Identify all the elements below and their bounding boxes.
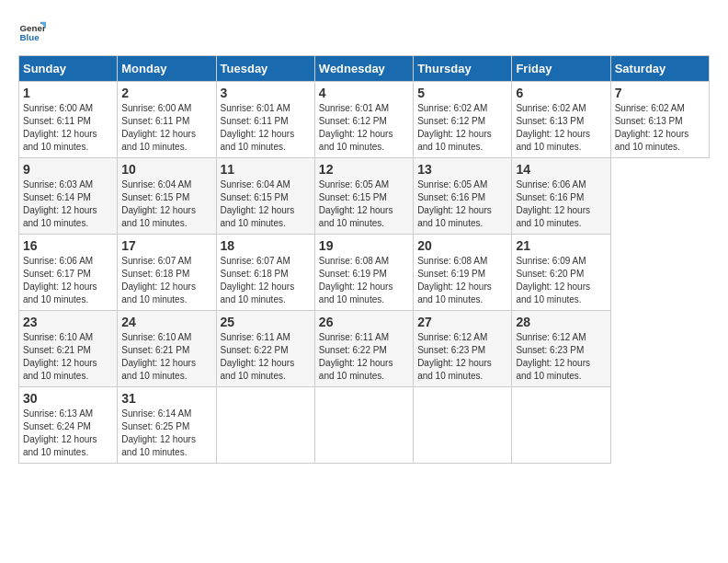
weekday-header-wednesday: Wednesday bbox=[314, 56, 413, 82]
weekday-header-friday: Friday bbox=[512, 56, 610, 82]
day-number: 6 bbox=[516, 86, 606, 100]
calendar-day-23: 23Sunrise: 6:10 AMSunset: 6:21 PMDayligh… bbox=[19, 311, 118, 387]
calendar-day-5: 5Sunrise: 6:02 AMSunset: 6:12 PMDaylight… bbox=[414, 82, 512, 158]
calendar-day-24: 24Sunrise: 6:10 AMSunset: 6:21 PMDayligh… bbox=[118, 311, 216, 387]
day-info: Sunrise: 6:04 AMSunset: 6:15 PMDaylight:… bbox=[121, 178, 211, 230]
day-info: Sunrise: 6:02 AMSunset: 6:13 PMDaylight:… bbox=[516, 102, 606, 154]
day-info: Sunrise: 6:01 AMSunset: 6:12 PMDaylight:… bbox=[319, 102, 409, 154]
calendar-week-1: 1Sunrise: 6:00 AMSunset: 6:11 PMDaylight… bbox=[19, 82, 710, 158]
day-number: 10 bbox=[121, 162, 211, 177]
header: General Blue bbox=[18, 18, 710, 46]
calendar-day-10: 10Sunrise: 6:04 AMSunset: 6:15 PMDayligh… bbox=[118, 158, 216, 235]
weekday-header-sunday: Sunday bbox=[19, 56, 118, 82]
day-info: Sunrise: 6:06 AMSunset: 6:17 PMDaylight:… bbox=[23, 255, 113, 306]
day-number: 25 bbox=[221, 315, 311, 329]
day-number: 21 bbox=[516, 238, 606, 253]
calendar-week-3: 16Sunrise: 6:06 AMSunset: 6:17 PMDayligh… bbox=[19, 235, 710, 311]
day-info: Sunrise: 6:02 AMSunset: 6:12 PMDaylight:… bbox=[417, 102, 507, 154]
day-info: Sunrise: 6:01 AMSunset: 6:11 PMDaylight:… bbox=[221, 102, 311, 154]
day-info: Sunrise: 6:07 AMSunset: 6:18 PMDaylight:… bbox=[121, 255, 211, 306]
empty-cell bbox=[314, 387, 413, 464]
day-number: 13 bbox=[417, 162, 507, 177]
day-number: 17 bbox=[121, 238, 211, 253]
day-number: 28 bbox=[516, 315, 606, 329]
calendar-day-7: 7Sunrise: 6:02 AMSunset: 6:13 PMDaylight… bbox=[610, 82, 709, 158]
day-info: Sunrise: 6:12 AMSunset: 6:23 PMDaylight:… bbox=[516, 331, 606, 383]
calendar-day-1: 1Sunrise: 6:00 AMSunset: 6:11 PMDaylight… bbox=[19, 82, 118, 158]
day-info: Sunrise: 6:05 AMSunset: 6:15 PMDaylight:… bbox=[319, 178, 409, 230]
day-number: 12 bbox=[319, 162, 409, 177]
calendar-day-16: 16Sunrise: 6:06 AMSunset: 6:17 PMDayligh… bbox=[19, 235, 118, 311]
day-number: 14 bbox=[516, 162, 606, 177]
day-number: 18 bbox=[221, 238, 311, 253]
day-info: Sunrise: 6:07 AMSunset: 6:18 PMDaylight:… bbox=[221, 255, 311, 306]
weekday-header-saturday: Saturday bbox=[610, 56, 709, 82]
calendar-week-4: 23Sunrise: 6:10 AMSunset: 6:21 PMDayligh… bbox=[19, 311, 710, 387]
day-info: Sunrise: 6:08 AMSunset: 6:19 PMDaylight:… bbox=[417, 255, 507, 306]
weekday-header-tuesday: Tuesday bbox=[216, 56, 314, 82]
calendar-day-14: 14Sunrise: 6:06 AMSunset: 6:16 PMDayligh… bbox=[512, 158, 610, 235]
calendar-day-9: 9Sunrise: 6:03 AMSunset: 6:14 PMDaylight… bbox=[19, 158, 118, 235]
day-info: Sunrise: 6:13 AMSunset: 6:24 PMDaylight:… bbox=[23, 408, 113, 459]
calendar-day-27: 27Sunrise: 6:12 AMSunset: 6:23 PMDayligh… bbox=[414, 311, 512, 387]
day-number: 24 bbox=[121, 315, 211, 329]
calendar-day-3: 3Sunrise: 6:01 AMSunset: 6:11 PMDaylight… bbox=[216, 82, 314, 158]
calendar-day-6: 6Sunrise: 6:02 AMSunset: 6:13 PMDaylight… bbox=[512, 82, 610, 158]
day-info: Sunrise: 6:08 AMSunset: 6:19 PMDaylight:… bbox=[319, 255, 409, 306]
day-number: 16 bbox=[23, 238, 113, 253]
day-info: Sunrise: 6:12 AMSunset: 6:23 PMDaylight:… bbox=[417, 331, 507, 383]
day-number: 23 bbox=[23, 315, 113, 329]
day-number: 20 bbox=[417, 238, 507, 253]
calendar-day-13: 13Sunrise: 6:05 AMSunset: 6:16 PMDayligh… bbox=[414, 158, 512, 235]
day-number: 7 bbox=[615, 86, 705, 100]
day-info: Sunrise: 6:03 AMSunset: 6:14 PMDaylight:… bbox=[23, 178, 113, 230]
calendar-day-21: 21Sunrise: 6:09 AMSunset: 6:20 PMDayligh… bbox=[512, 235, 610, 311]
day-info: Sunrise: 6:14 AMSunset: 6:25 PMDaylight:… bbox=[121, 408, 211, 459]
weekday-header-monday: Monday bbox=[118, 56, 216, 82]
calendar-table: SundayMondayTuesdayWednesdayThursdayFrid… bbox=[18, 55, 710, 464]
day-info: Sunrise: 6:10 AMSunset: 6:21 PMDaylight:… bbox=[23, 331, 113, 383]
day-info: Sunrise: 6:00 AMSunset: 6:11 PMDaylight:… bbox=[121, 102, 211, 154]
day-info: Sunrise: 6:10 AMSunset: 6:21 PMDaylight:… bbox=[121, 331, 211, 383]
day-number: 11 bbox=[221, 162, 311, 177]
calendar-week-5: 30Sunrise: 6:13 AMSunset: 6:24 PMDayligh… bbox=[19, 387, 710, 464]
day-number: 2 bbox=[121, 86, 211, 100]
calendar-day-2: 2Sunrise: 6:00 AMSunset: 6:11 PMDaylight… bbox=[118, 82, 216, 158]
day-info: Sunrise: 6:11 AMSunset: 6:22 PMDaylight:… bbox=[221, 331, 311, 383]
weekday-header-thursday: Thursday bbox=[414, 56, 512, 82]
day-number: 5 bbox=[417, 86, 507, 100]
logo-icon: General Blue bbox=[18, 18, 46, 46]
empty-cell bbox=[216, 387, 314, 464]
svg-text:Blue: Blue bbox=[20, 32, 40, 42]
logo: General Blue bbox=[18, 18, 46, 46]
weekday-header-row: SundayMondayTuesdayWednesdayThursdayFrid… bbox=[19, 56, 710, 82]
day-number: 4 bbox=[319, 86, 409, 100]
day-number: 26 bbox=[319, 315, 409, 329]
day-number: 3 bbox=[221, 86, 311, 100]
calendar-day-17: 17Sunrise: 6:07 AMSunset: 6:18 PMDayligh… bbox=[118, 235, 216, 311]
day-info: Sunrise: 6:06 AMSunset: 6:16 PMDaylight:… bbox=[516, 178, 606, 230]
calendar-day-28: 28Sunrise: 6:12 AMSunset: 6:23 PMDayligh… bbox=[512, 311, 610, 387]
day-number: 1 bbox=[23, 86, 113, 100]
calendar-week-2: 9Sunrise: 6:03 AMSunset: 6:14 PMDaylight… bbox=[19, 158, 710, 235]
calendar-day-19: 19Sunrise: 6:08 AMSunset: 6:19 PMDayligh… bbox=[314, 235, 413, 311]
day-info: Sunrise: 6:09 AMSunset: 6:20 PMDaylight:… bbox=[516, 255, 606, 306]
calendar-day-20: 20Sunrise: 6:08 AMSunset: 6:19 PMDayligh… bbox=[414, 235, 512, 311]
calendar-day-18: 18Sunrise: 6:07 AMSunset: 6:18 PMDayligh… bbox=[216, 235, 314, 311]
empty-cell bbox=[512, 387, 610, 464]
day-info: Sunrise: 6:05 AMSunset: 6:16 PMDaylight:… bbox=[417, 178, 507, 230]
calendar-day-11: 11Sunrise: 6:04 AMSunset: 6:15 PMDayligh… bbox=[216, 158, 314, 235]
calendar-day-12: 12Sunrise: 6:05 AMSunset: 6:15 PMDayligh… bbox=[314, 158, 413, 235]
day-info: Sunrise: 6:11 AMSunset: 6:22 PMDaylight:… bbox=[319, 331, 409, 383]
calendar-day-31: 31Sunrise: 6:14 AMSunset: 6:25 PMDayligh… bbox=[118, 387, 216, 464]
calendar-day-26: 26Sunrise: 6:11 AMSunset: 6:22 PMDayligh… bbox=[314, 311, 413, 387]
calendar-day-25: 25Sunrise: 6:11 AMSunset: 6:22 PMDayligh… bbox=[216, 311, 314, 387]
day-number: 19 bbox=[319, 238, 409, 253]
day-info: Sunrise: 6:02 AMSunset: 6:13 PMDaylight:… bbox=[615, 102, 705, 154]
day-number: 30 bbox=[23, 391, 113, 406]
day-number: 27 bbox=[417, 315, 507, 329]
calendar-day-4: 4Sunrise: 6:01 AMSunset: 6:12 PMDaylight… bbox=[314, 82, 413, 158]
calendar-day-30: 30Sunrise: 6:13 AMSunset: 6:24 PMDayligh… bbox=[19, 387, 118, 464]
day-number: 31 bbox=[121, 391, 211, 406]
day-number: 9 bbox=[23, 162, 113, 177]
